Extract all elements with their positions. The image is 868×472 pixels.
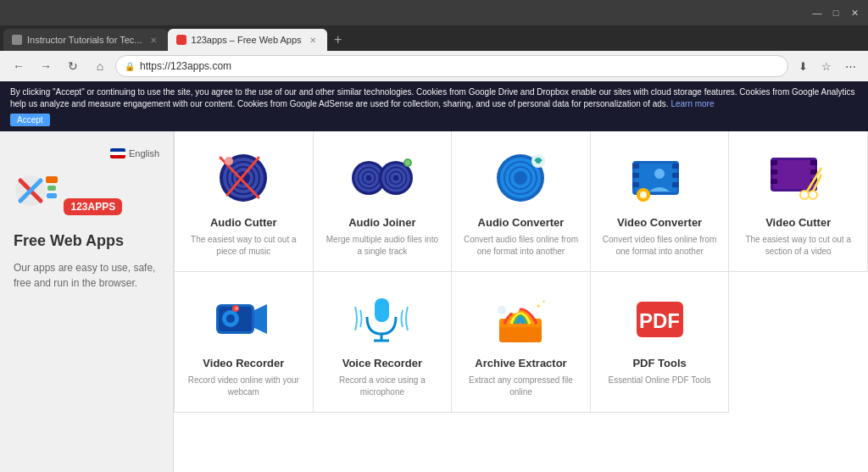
logo-badge: 123APPS [64,198,122,215]
svg-rect-53 [810,160,817,165]
sidebar: English 123APPS Free Web Apps Our apps a… [0,131,174,472]
downloads-icon[interactable]: ⬇ [792,55,814,77]
svg-point-13 [225,157,233,165]
new-tab-button[interactable]: + [327,29,349,51]
svg-rect-37 [632,182,639,187]
app-name-video-cutter: Video Cutter [765,216,831,229]
logo-container: 123APPS [14,172,159,215]
back-button[interactable]: ← [7,54,31,78]
bookmarks-icon[interactable]: ☆ [815,55,837,77]
svg-rect-4 [47,186,56,191]
svg-rect-5 [47,193,57,198]
svg-point-18 [367,176,370,180]
svg-point-59 [809,191,817,199]
accept-cookie-button[interactable]: Accept [10,114,50,126]
svg-point-23 [394,176,398,180]
voice-recorder-icon [348,289,416,348]
app-desc-archive-extractor: Extract any compressed file online [462,375,580,398]
app-name-voice-recorder: Voice Recorder [342,357,422,369]
app-card-archive-extractor[interactable]: ✦ ✦ Archive Extractor Extract any compre… [452,272,591,413]
svg-rect-49 [773,160,815,189]
svg-rect-67 [375,298,389,322]
svg-point-75 [498,306,506,314]
tab-title-123apps: 123apps – Free Web Apps [192,35,302,45]
svg-point-58 [800,191,809,199]
svg-rect-39 [672,173,679,178]
language-label: English [129,148,159,158]
nav-bar: ← → ↻ ⌂ 🔒 https://123apps.com ⬇ ☆ ⋯ [0,51,868,81]
app-card-video-recorder[interactable]: Video Recorder Record video online with … [175,272,314,413]
address-bar[interactable]: 🔒 https://123apps.com [115,55,788,77]
app-card-voice-recorder[interactable]: Voice Recorder Record a voice using a mi… [314,272,453,413]
audio-cutter-icon [209,148,277,208]
logo-graphic: 123APPS [14,172,122,215]
app-desc-video-converter: Convert video files online from one form… [601,234,719,258]
svg-marker-62 [254,304,267,334]
app-name-audio-cutter: Audio Cutter [210,216,277,229]
app-desc-video-recorder: Record video online with your webcam [185,375,303,398]
tab-favicon-instructor [12,35,22,45]
app-name-audio-converter: Audio Converter [478,216,565,229]
app-name-video-converter: Video Converter [617,216,702,229]
app-card-audio-joiner[interactable]: Audio Joiner Merge multiple audio files … [314,131,453,272]
refresh-button[interactable]: ↻ [61,54,85,78]
svg-point-32 [536,158,541,164]
apps-grid: Audio Cutter The easiest way to cut out … [174,131,868,413]
svg-text:✦: ✦ [542,299,546,304]
tab-close-123apps[interactable]: ✕ [307,34,319,46]
svg-rect-45 [642,198,645,202]
app-desc-audio-cutter: The easiest way to cut out a piece of mu… [185,234,303,258]
maximize-btn[interactable]: □ [829,6,843,19]
menu-icon[interactable]: ⋯ [839,55,861,77]
video-cutter-icon [765,148,832,208]
app-desc-voice-recorder: Record a voice using a microphone [324,375,442,398]
minimize-btn[interactable]: — [810,6,824,19]
sidebar-description: Our apps are easy to use, safe, free and… [14,260,159,291]
svg-point-66 [235,307,238,310]
audio-converter-icon [487,148,554,208]
svg-point-30 [517,175,524,181]
svg-rect-44 [642,188,645,192]
tab-instructor[interactable]: Instructor Tutorials for Tec... ✕ [3,29,168,51]
app-name-video-recorder: Video Recorder [203,357,284,369]
app-desc-audio-joiner: Merge multiple audio files into a single… [324,234,442,258]
home-button[interactable]: ⌂ [88,54,112,78]
svg-point-41 [654,169,665,179]
tab-123apps[interactable]: 123apps – Free Web Apps ✕ [168,29,327,51]
svg-rect-51 [771,169,777,175]
svg-rect-46 [637,193,640,197]
app-card-video-converter[interactable]: Video Converter Convert video files onli… [591,131,730,272]
svg-rect-52 [771,179,777,184]
svg-rect-3 [46,176,58,183]
app-name-audio-joiner: Audio Joiner [348,216,415,229]
video-converter-icon [626,148,693,208]
svg-point-64 [226,314,235,323]
archive-extractor-icon: ✦ ✦ [487,289,554,348]
app-desc-video-cutter: The easiest way to cut out a section of … [739,234,857,258]
cookie-banner: By clicking "Accept" or continuing to us… [0,81,868,131]
forward-button[interactable]: → [34,54,58,78]
page-container: English 123APPS Free Web Apps Our apps a… [0,131,868,472]
address-text: https://123apps.com [140,60,231,72]
app-card-audio-cutter[interactable]: Audio Cutter The easiest way to cut out … [175,131,314,272]
svg-rect-35 [632,164,639,169]
svg-rect-40 [672,182,679,187]
tab-bar: Instructor Tutorials for Tec... ✕ 123app… [0,25,868,51]
close-btn[interactable]: ✕ [848,6,861,19]
main-content: Audio Cutter The easiest way to cut out … [174,131,868,472]
language-selector[interactable]: English [14,148,159,158]
pdf-tools-icon: PDF [626,289,693,348]
audio-joiner-icon [348,148,416,208]
cookie-text: By clicking "Accept" or continuing to us… [10,87,855,108]
svg-text:✦: ✦ [536,303,542,310]
app-card-video-cutter[interactable]: Video Cutter The easiest way to cut out … [729,131,868,272]
app-card-pdf-tools[interactable]: PDF PDF Tools Essential Online PDF Tools [591,272,730,413]
app-card-audio-converter[interactable]: Audio Converter Convert audio files onli… [452,131,591,272]
svg-rect-38 [672,164,679,169]
learn-more-link[interactable]: Learn more [670,99,714,108]
app-desc-pdf-tools: Essential Online PDF Tools [609,375,711,386]
svg-rect-47 [647,193,650,197]
title-bar: — □ ✕ [0,0,868,25]
svg-point-74 [509,303,520,314]
tab-close-instructor[interactable]: ✕ [147,34,159,46]
